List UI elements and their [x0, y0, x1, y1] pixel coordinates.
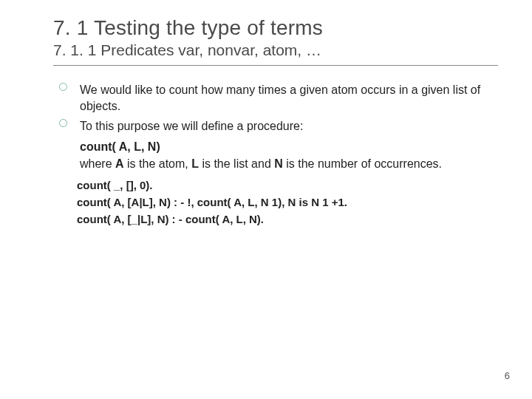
- bullet-text: We would like to count how many times a …: [80, 83, 480, 112]
- slide: 7. 1 Testing the type of terms 7. 1. 1 P…: [0, 0, 532, 399]
- bullet-item: To this purpose we will define a procedu…: [59, 118, 498, 134]
- code-line: count( _, [], 0).: [77, 177, 498, 194]
- slide-body: We would like to count how many times a …: [53, 82, 498, 228]
- bullet-marker-icon: [59, 119, 67, 127]
- code-block: count( _, [], 0). count( A, [A|L], N) : …: [59, 177, 498, 228]
- title-divider: [53, 65, 498, 66]
- procedure-signature: count( A, L, N): [59, 139, 498, 155]
- code-line: count( A, [A|L], N) : - !, count( A, L, …: [77, 194, 498, 211]
- slide-subtitle: 7. 1. 1 Predicates var, nonvar, atom, …: [53, 41, 498, 59]
- bullet-marker-icon: [59, 83, 67, 91]
- bullet-item: We would like to count how many times a …: [59, 82, 498, 114]
- code-line: count( A, [_|L], N) : - count( A, L, N).: [77, 211, 498, 228]
- slide-title: 7. 1 Testing the type of terms: [53, 16, 498, 40]
- bullet-text: To this purpose we will define a procedu…: [80, 120, 303, 132]
- page-number: 6: [505, 370, 510, 381]
- procedure-description: where A is the atom, L is the list and N…: [59, 156, 498, 172]
